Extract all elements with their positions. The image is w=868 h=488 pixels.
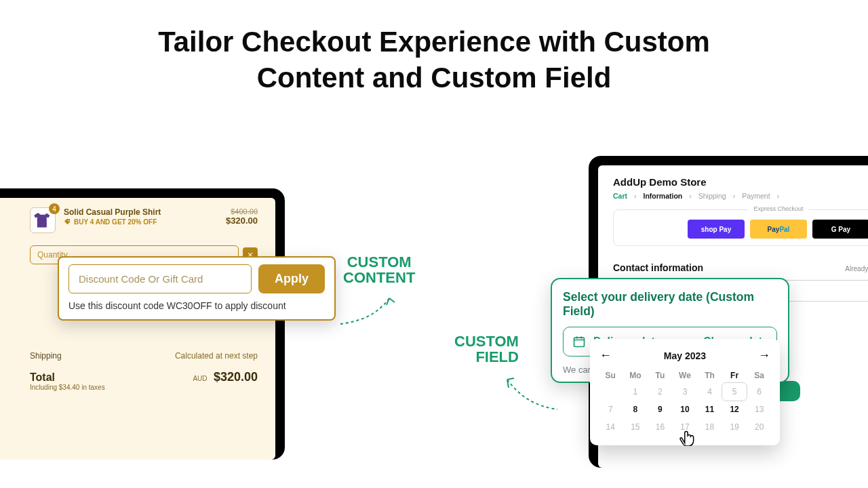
cal-day-13: 13 — [747, 401, 772, 418]
apply-button[interactable]: Apply — [258, 264, 325, 293]
store-name: AddUp Demo Store — [613, 176, 868, 188]
product-line: 4 Solid Casual Purple Shirt BUY 4 AND GE… — [30, 207, 258, 233]
cal-day-12[interactable]: 12 — [722, 401, 747, 418]
account-prompt: Already have an account? Log in — [845, 265, 868, 272]
product-title: Solid Casual Purple Shirt — [64, 207, 161, 217]
gpay-button[interactable]: G Pay — [812, 220, 868, 239]
crumb-ship: Shipping — [698, 192, 726, 200]
cal-day-3: 3 — [673, 383, 698, 401]
checkout-summary: Pay 4 Solid Casual Purple Shirt BUY 4 AN… — [0, 198, 275, 460]
cal-month: May 2023 — [664, 350, 706, 361]
dow-fr: Fr — [722, 368, 747, 383]
calendar-icon — [572, 334, 587, 349]
price-final: $320.00 — [226, 216, 258, 226]
dow-mo: Mo — [623, 368, 648, 383]
price-original: $400.00 — [226, 207, 258, 216]
cal-day-14: 14 — [598, 418, 623, 436]
cal-day-16: 16 — [648, 418, 673, 436]
cal-day-18: 18 — [697, 418, 722, 436]
discount-input[interactable]: Discount Code Or Gift Card — [68, 264, 252, 293]
crumb-pay: Payment — [742, 192, 770, 200]
product-thumb: 4 — [30, 207, 56, 233]
express-checkout: Express Checkout shop Pay PayPal G Pay — [613, 209, 868, 246]
svg-rect-0 — [574, 338, 585, 346]
custom-content-label: CUSTOMCONTENT — [343, 254, 415, 285]
discount-callout: Discount Code Or Gift Card Apply Use thi… — [58, 256, 336, 321]
product-offer: BUY 4 AND GET 20% OFF — [64, 218, 161, 226]
dow-th: Th — [697, 368, 722, 383]
cal-day-4: 4 — [697, 383, 722, 401]
breadcrumb: Cart› Information› Shipping› Payment› — [613, 192, 868, 200]
qty-badge: 4 — [49, 203, 60, 214]
crumb-cart[interactable]: Cart — [613, 192, 627, 200]
shipping-label: Shipping — [30, 351, 62, 361]
cal-day-5: 5 — [722, 383, 747, 401]
cal-day-20: 20 — [747, 418, 772, 436]
custom-field-label: CUSTOMFIELD — [454, 333, 519, 365]
crumb-info: Information — [644, 192, 683, 200]
total-label: Total — [30, 371, 105, 384]
cal-day-9[interactable]: 9 — [648, 401, 673, 418]
arrow-to-content — [335, 293, 396, 333]
dow-sa: Sa — [747, 368, 772, 383]
dp-title: Select your delivery date (Custom Field) — [563, 290, 777, 319]
page-headline: Tailor Checkout Experience with Custom C… — [0, 0, 868, 96]
tax-note: Including $34.40 in taxes — [30, 384, 105, 391]
headline-line2: Content and Custom Field — [257, 62, 612, 94]
cal-day-11[interactable]: 11 — [697, 401, 722, 418]
dow-su: Su — [598, 368, 623, 383]
tablet-left: Pay 4 Solid Casual Purple Shirt BUY 4 AN… — [0, 188, 285, 460]
paypal-button[interactable]: PayPal — [750, 220, 807, 239]
tag-icon — [64, 218, 71, 226]
express-label: Express Checkout — [748, 205, 808, 212]
contact-heading: Contact information — [613, 262, 703, 273]
cal-day-19: 19 — [722, 418, 747, 436]
discount-hint: Use this discount code WC30OFF to apply … — [68, 300, 325, 311]
cal-prev[interactable]: ← — [599, 348, 612, 363]
total-amount: $320.00 — [214, 370, 258, 384]
cal-day-8[interactable]: 8 — [623, 401, 648, 418]
dow-tu: Tu — [648, 368, 673, 383]
cal-next[interactable]: → — [758, 348, 770, 363]
cal-day-2: 2 — [648, 383, 673, 401]
cal-day-7: 7 — [598, 401, 623, 418]
cal-day-1: 1 — [623, 383, 648, 401]
headline-line1: Tailor Checkout Experience with Custom — [158, 26, 710, 58]
arrow-to-field — [502, 374, 563, 422]
shoppay-button[interactable]: shop Pay — [688, 220, 745, 239]
dow-we: We — [673, 368, 698, 383]
cal-day-10[interactable]: 10 — [673, 401, 698, 418]
currency: AUD — [193, 375, 207, 382]
pointer-cursor-icon — [678, 426, 696, 450]
cal-day-6: 6 — [747, 383, 772, 401]
cal-day-15: 15 — [623, 418, 648, 436]
shipping-value: Calculated at next step — [175, 351, 258, 361]
shirt-icon — [33, 211, 52, 230]
